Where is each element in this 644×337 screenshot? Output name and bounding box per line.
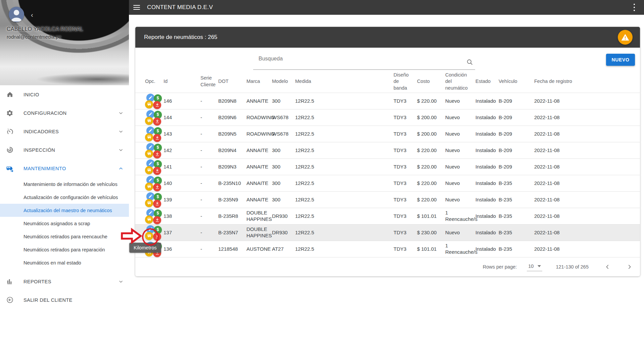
tire-table-body: $ 146-B209N8ANNAITE30012R22.5TDY3$ 220.0… bbox=[135, 93, 640, 257]
kilometers-button[interactable] bbox=[145, 232, 153, 240]
submenu-item-scrap[interactable]: Neumáticos asignados a scrap bbox=[0, 217, 129, 230]
cell-costo: $ 101.01 bbox=[417, 208, 445, 225]
sidebar-item-configuracion[interactable]: CONFIGURACION bbox=[0, 104, 129, 122]
pencil-icon bbox=[148, 145, 153, 149]
kilometers-button[interactable] bbox=[145, 215, 153, 224]
kebab-menu-icon[interactable] bbox=[631, 4, 637, 11]
bus-icon bbox=[147, 102, 151, 106]
cell-medida: 12R22.5 bbox=[295, 175, 394, 192]
col-header-fecha: Fecha de registro bbox=[534, 70, 640, 93]
submenu-item-maestro-neumaticos[interactable]: Actualización del maestro de neumáticos bbox=[0, 204, 129, 217]
row-actions: $ bbox=[145, 192, 163, 208]
sidebar-item-reportes[interactable]: REPORTES bbox=[0, 272, 129, 291]
app-title: CONTENT MEDIA D.E.V bbox=[147, 4, 213, 11]
cell-diseno: TDY3 bbox=[394, 142, 417, 159]
cell-modelo: 300 bbox=[272, 93, 295, 109]
download-button[interactable] bbox=[153, 117, 161, 126]
download-button[interactable] bbox=[153, 167, 161, 175]
rows-per-page-select[interactable]: 10 bbox=[527, 263, 542, 271]
cell-modelo: 300 bbox=[272, 142, 295, 159]
kilometers-button[interactable] bbox=[145, 117, 153, 125]
download-icon bbox=[155, 119, 159, 124]
cell-diseno: TDY3 bbox=[394, 192, 417, 208]
row-actions: $ bbox=[145, 159, 163, 175]
cell-medida: 12R22.5 bbox=[295, 126, 394, 142]
vehicle-icon bbox=[6, 164, 14, 173]
row-actions-cell: $ bbox=[135, 109, 164, 126]
new-button[interactable]: NUEVO bbox=[606, 54, 635, 66]
cell-id: 137 bbox=[164, 225, 200, 241]
cell-vehiculo: B-235 bbox=[499, 208, 534, 225]
download-icon bbox=[155, 168, 159, 173]
cell-marca: AUSTONE bbox=[246, 241, 272, 257]
cell-estado: Instalado bbox=[475, 142, 499, 159]
pencil-icon bbox=[148, 161, 153, 165]
kilometers-button[interactable] bbox=[145, 150, 153, 158]
kilometers-button[interactable] bbox=[145, 166, 153, 174]
search-icon[interactable] bbox=[466, 59, 473, 67]
table-row: $ 136-1218548AUSTONEAT2712R22.5TDY3$ 101… bbox=[135, 241, 640, 257]
cell-dot: B209N5 bbox=[218, 126, 246, 142]
collapse-sidebar-icon[interactable]: ‹ bbox=[31, 11, 33, 18]
warning-button[interactable] bbox=[618, 30, 633, 45]
table-row: $ 137-B-235N7DOUBLE HAPPINESDR93012R22.5… bbox=[135, 225, 640, 241]
cell-dot: B209N8 bbox=[218, 93, 246, 109]
hamburger-menu-icon[interactable] bbox=[133, 5, 140, 10]
sidebar-item-mantenimiento[interactable]: MANTENIMIENTO bbox=[0, 159, 129, 178]
cell-estado: Instalado bbox=[475, 225, 499, 241]
sidebar-item-inicio[interactable]: INICIO bbox=[0, 85, 129, 104]
kilometers-button[interactable] bbox=[145, 100, 153, 108]
download-button[interactable] bbox=[153, 150, 161, 158]
search-input[interactable] bbox=[258, 55, 461, 62]
sidebar-item-salir[interactable]: SALIR DEL CLIENTE bbox=[0, 291, 129, 309]
kilometers-button[interactable] bbox=[145, 183, 153, 191]
cell-vehiculo: B-209 bbox=[499, 109, 534, 126]
kilometers-button[interactable] bbox=[145, 133, 153, 141]
cell-fecha: 2022-11-08 bbox=[534, 241, 640, 257]
col-header-medida: Medida bbox=[295, 70, 394, 93]
cell-medida: 12R22.5 bbox=[295, 93, 394, 109]
submenu-item-reparacion[interactable]: Neumáticos retirados para reparación bbox=[0, 243, 129, 256]
kilometers-button[interactable] bbox=[145, 199, 153, 207]
submenu-item-info-vehiculos[interactable]: Mantenimiento de información de vehículo… bbox=[0, 178, 129, 191]
sidebar-item-indicadores[interactable]: INDICADORES bbox=[0, 122, 129, 141]
report-title: Reporte de neumáticos : 265 bbox=[144, 34, 217, 41]
cell-vehiculo: B-209 bbox=[499, 159, 534, 175]
cell-estado: Instalado bbox=[475, 192, 499, 208]
cell-condicion: Nuevo bbox=[445, 159, 475, 175]
cell-marca: ROADWING bbox=[246, 126, 272, 142]
bus-icon bbox=[147, 234, 151, 238]
cell-costo: $ 200.00 bbox=[417, 109, 445, 126]
row-actions-cell: $ bbox=[135, 225, 164, 241]
next-page-button[interactable] bbox=[626, 263, 633, 270]
maintenance-submenu: Mantenimiento de información de vehículo… bbox=[0, 178, 129, 269]
rows-per-page-value: 10 bbox=[528, 263, 534, 269]
cell-medida: 12R22.5 bbox=[295, 142, 394, 159]
dollar-icon: $ bbox=[157, 228, 159, 232]
download-button[interactable] bbox=[153, 101, 161, 109]
download-button[interactable] bbox=[153, 200, 161, 208]
cell-costo: $ 220.00 bbox=[417, 159, 445, 175]
cell-marca: ANNAITE bbox=[246, 175, 272, 192]
download-button[interactable] bbox=[153, 216, 161, 224]
submenu-item-mal-estado[interactable]: Neumáticos en mal estado bbox=[0, 256, 129, 269]
download-button[interactable] bbox=[153, 183, 161, 191]
cell-dot: B-235N10 bbox=[218, 175, 246, 192]
download-button[interactable] bbox=[153, 134, 161, 142]
previous-page-button[interactable] bbox=[604, 263, 611, 270]
cell-serie: - bbox=[200, 109, 218, 126]
cell-diseno: TDY3 bbox=[394, 126, 417, 142]
avatar[interactable] bbox=[9, 7, 24, 22]
inspection-icon bbox=[6, 146, 14, 154]
submenu-item-config-vehiculos[interactable]: Actualización de configuración de vehícu… bbox=[0, 191, 129, 204]
sidebar-item-inspeccion[interactable]: INSPECCIÓN bbox=[0, 141, 129, 159]
caret-down-icon bbox=[538, 265, 541, 267]
download-button[interactable] bbox=[153, 233, 161, 241]
cell-diseno: TDY3 bbox=[394, 159, 417, 175]
cell-modelo: DR930 bbox=[272, 208, 295, 225]
bus-icon bbox=[147, 135, 151, 139]
table-row: $ 143-B209N5ROADWINGWS67812R22.5TDY3$ 20… bbox=[135, 126, 640, 142]
submenu-item-reencauche[interactable]: Neumáticos retirados para reencauche bbox=[0, 230, 129, 243]
download-icon bbox=[155, 136, 159, 140]
cell-modelo: DR930 bbox=[272, 225, 295, 241]
